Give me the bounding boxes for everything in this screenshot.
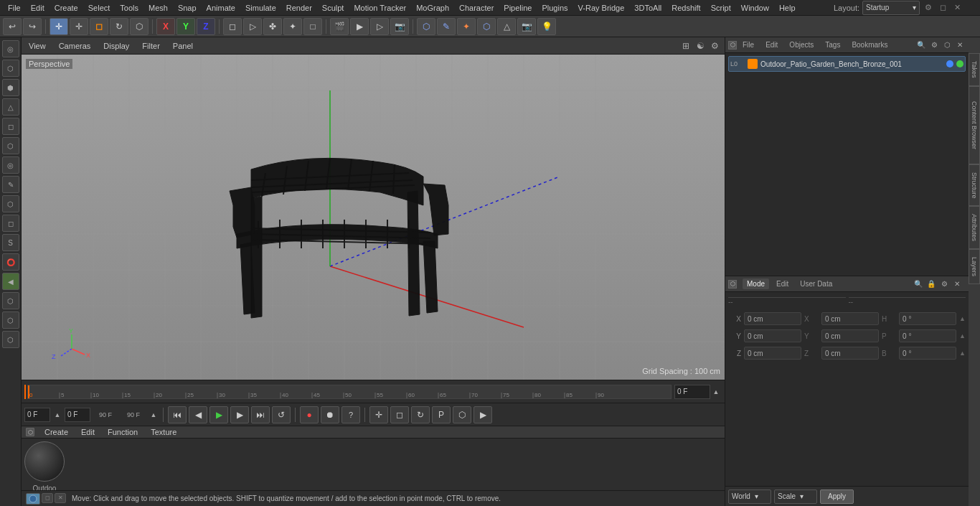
undo-button[interactable]: ↩ xyxy=(3,18,22,35)
menu-edit[interactable]: Edit xyxy=(26,2,50,14)
go-start-button[interactable]: ⏮ xyxy=(168,406,187,423)
apply-button[interactable]: Apply xyxy=(820,489,854,504)
menu-snap[interactable]: Snap xyxy=(173,2,202,14)
attr-p-field[interactable]: 0 ° xyxy=(899,329,956,342)
play-button[interactable]: ▶ xyxy=(209,406,228,423)
playback-start-field[interactable]: 0 F xyxy=(24,408,50,422)
attr-x-rot-field[interactable]: 0 cm xyxy=(821,312,879,325)
status-indicator-1[interactable] xyxy=(26,493,40,505)
transform-button[interactable]: ⬡ xyxy=(130,18,149,35)
rp-tab-tags[interactable]: Tags xyxy=(819,39,846,50)
mode-button-3[interactable]: ⬢ xyxy=(2,79,19,96)
viewport-clapper-button[interactable]: 🎬 xyxy=(330,18,349,35)
mat-menu-edit[interactable]: Edit xyxy=(78,426,98,438)
right-tab-content-browser[interactable]: Content Browser xyxy=(969,86,980,164)
scale-dropdown[interactable]: Scale ▾ xyxy=(774,489,817,504)
right-tab-structure[interactable]: Structure xyxy=(969,164,980,207)
cube-button[interactable]: ⬡ xyxy=(417,18,435,35)
menu-tools[interactable]: Tools xyxy=(115,2,143,14)
auto-key-button[interactable]: ⏺ xyxy=(321,406,339,423)
object-row-bench[interactable]: L0 Outdoor_Patio_Garden_Bench_Bronze_001 xyxy=(728,56,966,72)
obj-tag-dot-1[interactable] xyxy=(946,60,953,67)
vp-menu-filter[interactable]: Filter xyxy=(139,40,162,52)
spline-button[interactable]: ✤ xyxy=(263,18,282,35)
menu-script[interactable]: Script xyxy=(706,2,736,14)
rp-tab-file[interactable]: File xyxy=(737,39,760,50)
menu-motion-tracker[interactable]: Motion Tracker xyxy=(349,2,411,14)
top-right-icon-3[interactable]: ✕ xyxy=(951,2,963,14)
rp-tab-edit[interactable]: Edit xyxy=(760,39,783,50)
mat-menu-function[interactable]: Function xyxy=(105,426,141,438)
attr-close-icon[interactable]: ✕ xyxy=(951,278,963,290)
top-right-icon-2[interactable]: ◻ xyxy=(937,2,948,14)
playback-start-arrow[interactable]: ▲ xyxy=(52,409,62,421)
menu-redshift[interactable]: Redshift xyxy=(666,2,705,14)
material-thumbnail[interactable] xyxy=(24,441,65,482)
object-button[interactable]: ◻ xyxy=(223,18,242,35)
right-tab-layers[interactable]: Layers xyxy=(969,249,980,284)
step-back-button[interactable]: ◀ xyxy=(189,406,207,423)
grid-button[interactable]: ⬡ xyxy=(453,406,471,423)
attr-h-arrow[interactable]: ▲ xyxy=(959,315,966,322)
timeline-track[interactable]: 0 5 10 15 20 25 30 35 xyxy=(27,385,672,399)
select-tool-button[interactable]: ✛ xyxy=(50,18,68,35)
attr-tab-mode[interactable]: Mode xyxy=(743,278,769,289)
frame-field-arrow[interactable]: ▲ xyxy=(710,386,722,398)
material-item[interactable]: Outdoo xyxy=(24,441,65,492)
attr-search-icon[interactable]: 🔍 xyxy=(913,278,924,290)
attr-b-field[interactable]: 0 ° xyxy=(899,347,956,360)
mat-menu-create[interactable]: Create xyxy=(42,426,71,438)
menu-file[interactable]: File xyxy=(3,2,26,14)
pin-button[interactable]: P xyxy=(432,406,451,423)
help-button[interactable]: ? xyxy=(341,406,360,423)
record-button[interactable]: ● xyxy=(300,406,319,423)
menu-simulate[interactable]: Simulate xyxy=(240,2,281,14)
mode-button-13[interactable]: ◀ xyxy=(2,273,19,290)
vp-menu-view[interactable]: View xyxy=(26,40,49,52)
array-button[interactable]: ⬡ xyxy=(477,18,496,35)
menu-help[interactable]: Help xyxy=(774,2,801,14)
mode-button-10[interactable]: ◻ xyxy=(2,215,19,232)
mode-button-15[interactable]: ⬡ xyxy=(2,311,19,329)
obj-tag-dot-2[interactable] xyxy=(956,60,963,67)
null-button[interactable]: □ xyxy=(303,18,322,35)
sketch-button[interactable]: △ xyxy=(497,18,516,35)
menu-3dtoall[interactable]: 3DToAll xyxy=(629,2,666,14)
rp-close-icon[interactable]: ✕ xyxy=(954,39,966,51)
layout-dropdown[interactable]: Startup ▾ xyxy=(862,1,920,15)
y-axis-button[interactable]: Y xyxy=(176,18,195,35)
attr-h-field[interactable]: 0 ° xyxy=(899,312,956,325)
viewport-canvas[interactable]: X Y Z Perspective Grid Spacing : 100 cm xyxy=(22,55,725,380)
rotate-tool-button[interactable]: ↻ xyxy=(110,18,128,35)
loop-button[interactable]: ↺ xyxy=(272,406,291,423)
vp-icon-3[interactable]: ⚙ xyxy=(709,40,720,52)
mode-button-1[interactable]: ◎ xyxy=(2,40,19,57)
vp-icon-1[interactable]: ⊞ xyxy=(680,40,692,52)
menu-mograph[interactable]: MoGraph xyxy=(411,2,454,14)
right-tab-takes[interactable]: Takes xyxy=(969,53,980,86)
world-dropdown[interactable]: World ▾ xyxy=(728,489,771,504)
render-preview-button[interactable]: ▶ xyxy=(473,406,492,423)
mode-button-2[interactable]: ⬡ xyxy=(2,60,19,77)
attr-settings-icon[interactable]: ⚙ xyxy=(938,278,950,290)
close-status-icon[interactable]: ✕ xyxy=(55,493,66,503)
mode-button-9[interactable]: ⬡ xyxy=(2,195,19,212)
mat-menu-texture[interactable]: Texture xyxy=(148,426,179,438)
mode-button-8[interactable]: ✎ xyxy=(2,176,19,193)
rp-icon-2[interactable]: ⚙ xyxy=(928,39,940,51)
mode-button-4[interactable]: △ xyxy=(2,98,19,116)
status-indicator-2[interactable]: ◻ xyxy=(42,493,53,503)
x-axis-button[interactable]: X xyxy=(156,18,175,35)
attr-z-rot-field[interactable]: 0 cm xyxy=(821,347,879,360)
menu-character[interactable]: Character xyxy=(454,2,499,14)
menu-select[interactable]: Select xyxy=(83,2,116,14)
menu-create[interactable]: Create xyxy=(50,2,83,14)
mode-button-12[interactable]: ⭕ xyxy=(2,253,19,271)
scale-tool-button[interactable]: ◻ xyxy=(90,18,108,35)
rp-icon-3[interactable]: ⬡ xyxy=(941,39,953,51)
menu-window[interactable]: Window xyxy=(736,2,774,14)
menu-render[interactable]: Render xyxy=(281,2,317,14)
mode-button-6[interactable]: ⬡ xyxy=(2,137,19,154)
attr-z-pos-field[interactable]: 0 cm xyxy=(744,347,801,360)
mode-button-7[interactable]: ◎ xyxy=(2,156,19,174)
